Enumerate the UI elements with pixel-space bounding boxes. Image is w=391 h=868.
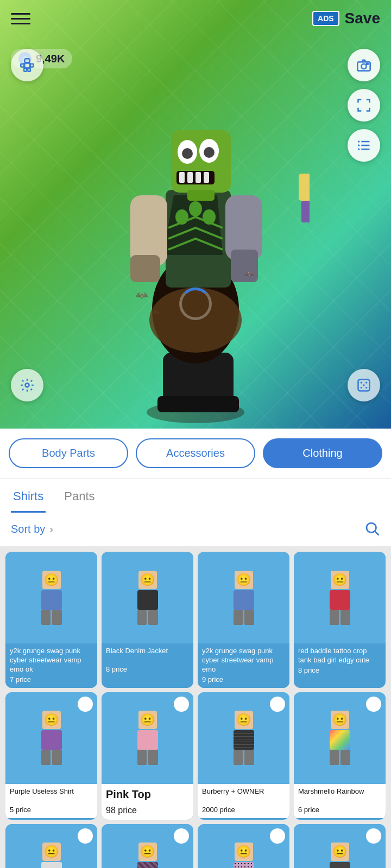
- item-card-12[interactable]: [294, 824, 386, 868]
- svg-rect-34: [299, 174, 310, 201]
- svg-rect-43: [187, 172, 193, 183]
- item-image-7: [198, 692, 289, 784]
- svg-rect-13: [24, 68, 27, 72]
- item-badge-5: [78, 697, 93, 712]
- settings-button-container: [11, 369, 43, 401]
- expand-button[interactable]: [348, 89, 380, 122]
- header-right: ADS Save: [312, 10, 380, 27]
- item-card-2[interactable]: Black Denim Jacket 8 price: [102, 552, 193, 688]
- item-image-2: [102, 552, 193, 643]
- tab-clothing[interactable]: Clothing: [263, 438, 382, 468]
- ads-badge: ADS: [312, 11, 339, 26]
- svg-rect-35: [301, 201, 310, 222]
- item-image-8: [294, 692, 386, 784]
- item-price-4: 8 price: [298, 666, 381, 674]
- item-card-5[interactable]: Purple Useless Shirt 5 price: [5, 692, 97, 820]
- settings-icon: [20, 378, 35, 393]
- subtab-pants[interactable]: Pants: [62, 484, 97, 513]
- item-image-6: [102, 692, 193, 784]
- avatar-figure: 🦇 🦇 🦇: [81, 49, 310, 429]
- item-image-12: [294, 824, 386, 868]
- svg-point-28: [189, 201, 202, 216]
- loading-spinner: [179, 288, 212, 320]
- item-badge-6: [174, 697, 189, 712]
- dice-icon: [356, 378, 371, 393]
- svg-point-58: [367, 523, 376, 533]
- item-card-6[interactable]: Pink Top 98 price: [102, 692, 193, 820]
- svg-rect-44: [195, 172, 201, 183]
- svg-point-55: [361, 387, 363, 389]
- svg-point-39: [182, 148, 193, 159]
- subtab-shirts[interactable]: Shirts: [11, 484, 46, 513]
- svg-rect-45: [204, 172, 209, 183]
- svg-point-1: [361, 64, 366, 69]
- category-tabs: Body Parts Accessories Clothing: [0, 429, 391, 478]
- svg-text:🦇: 🦇: [244, 270, 254, 279]
- settings-button[interactable]: [11, 369, 43, 401]
- svg-text:🦇: 🦇: [136, 289, 148, 301]
- item-card-4[interactable]: red baddie tattoo crop tank bad girl edg…: [294, 552, 386, 688]
- svg-point-8: [358, 148, 360, 150]
- avatar-svg: 🦇 🦇 🦇: [81, 49, 310, 429]
- item-name-8: Marshmello Rainbow: [298, 787, 381, 805]
- search-button[interactable]: [364, 520, 380, 538]
- menu-button[interactable]: [11, 13, 30, 24]
- svg-rect-9: [24, 59, 29, 62]
- tab-body-parts[interactable]: Body Parts: [9, 438, 128, 468]
- svg-rect-31: [130, 255, 160, 282]
- item-price-7: 2000 price: [202, 806, 285, 814]
- item-image-5: [5, 692, 97, 784]
- item-image-1: [5, 552, 97, 643]
- item-price-1: 7 price: [10, 675, 93, 684]
- item-name-7: Burberry + OWNER: [202, 787, 285, 805]
- item-image-11: [198, 824, 289, 868]
- item-name-3: y2k grunge swag punk cyber streetwear va…: [202, 647, 285, 674]
- save-button[interactable]: Save: [345, 10, 380, 27]
- item-badge-11: [270, 828, 285, 844]
- item-card-11[interactable]: [198, 824, 289, 868]
- dice-button[interactable]: [348, 369, 380, 401]
- item-price-5: 5 price: [10, 806, 93, 814]
- dice-button-container: [348, 369, 380, 401]
- item-price-6: 98 price: [106, 806, 189, 815]
- svg-rect-14: [28, 68, 30, 72]
- header: ADS Save: [0, 0, 391, 37]
- item-badge-10: [174, 828, 189, 844]
- tab-accessories[interactable]: Accessories: [136, 438, 255, 468]
- item-price-3: 9 price: [202, 675, 285, 684]
- item-card-3[interactable]: y2k grunge swag punk cyber streetwear va…: [198, 552, 289, 688]
- item-price-2: 8 price: [106, 665, 189, 673]
- item-card-1[interactable]: y2k grunge swag punk cyber streetwear va…: [5, 552, 97, 688]
- item-card-9[interactable]: [5, 824, 97, 868]
- item-card-7[interactable]: Burberry + OWNER 2000 price: [198, 692, 289, 820]
- sub-tabs: Shirts Pants: [0, 478, 391, 513]
- svg-rect-17: [157, 396, 239, 412]
- item-image-4: [294, 552, 386, 643]
- item-card-10[interactable]: [102, 824, 193, 868]
- item-image-3: [198, 552, 289, 643]
- svg-point-54: [365, 382, 368, 384]
- item-name-2: Black Denim Jacket: [106, 647, 189, 664]
- item-badge-9: [78, 828, 93, 844]
- item-price-8: 6 price: [298, 806, 381, 814]
- expand-icon: [356, 98, 371, 113]
- sort-by-button[interactable]: Sort by ›: [11, 523, 53, 535]
- rig-button[interactable]: [11, 49, 43, 81]
- svg-point-51: [26, 384, 29, 387]
- list-button[interactable]: [348, 129, 380, 162]
- item-name-6: Pink Top: [106, 787, 189, 805]
- items-grid: y2k grunge swag punk cyber streetwear va…: [0, 546, 391, 868]
- item-card-8[interactable]: Marshmello Rainbow 6 price: [294, 692, 386, 820]
- item-badge-8: [366, 697, 381, 712]
- item-badge-12: [366, 828, 381, 844]
- svg-point-53: [361, 382, 363, 384]
- svg-point-57: [363, 384, 365, 386]
- item-image-9: [5, 824, 97, 868]
- avatar-area: ADS Save ◎ 9,49K: [0, 0, 391, 429]
- svg-rect-42: [179, 172, 185, 183]
- svg-rect-46: [187, 190, 215, 201]
- item-badge-7: [270, 697, 285, 712]
- search-icon: [364, 520, 380, 537]
- camera-button[interactable]: [348, 49, 380, 81]
- item-name-5: Purple Useless Shirt: [10, 787, 93, 805]
